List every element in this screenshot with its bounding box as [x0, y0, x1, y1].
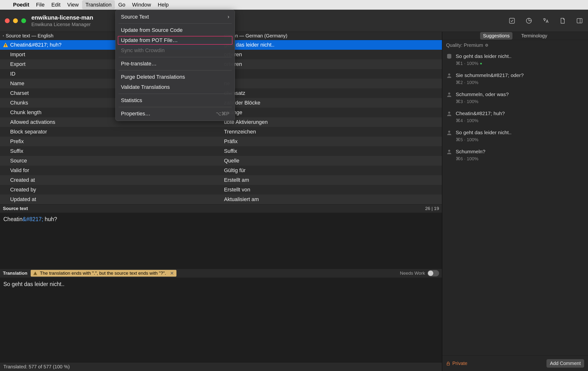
sidebar-toggle-icon[interactable] [576, 17, 583, 24]
translation-cell: ortieren [221, 59, 442, 69]
tab-suggestions[interactable]: Suggestions [480, 32, 513, 40]
menubar-appname[interactable]: Poedit [10, 0, 32, 10]
suggestion-meta: ⌘5 · 100% [456, 137, 512, 142]
suggestion-meta: ⌘3 · 100% [456, 99, 509, 104]
translate-icon[interactable] [542, 17, 549, 24]
warning-icon [33, 271, 37, 276]
table-row[interactable]: Created byErstellt von [0, 185, 442, 195]
suggestion-item[interactable]: Schummeln, oder was?⌘3 · 100% [442, 89, 588, 108]
table-row[interactable]: PrefixPräfix [0, 137, 442, 146]
source-cell: Block separator [10, 129, 47, 135]
table-row[interactable]: Updated atAktualisiert am [0, 195, 442, 204]
source-cell: Created by [10, 187, 36, 193]
privacy-indicator[interactable]: Private [446, 361, 467, 366]
menu-item: Sync with Crowdin [116, 45, 235, 55]
toggle-switch[interactable] [428, 270, 439, 276]
source-cell: Allowed activations [10, 119, 55, 125]
svg-rect-0 [510, 18, 514, 23]
suggestion-text: Sie schummeln&#8217; oder? [456, 72, 524, 78]
menu-item[interactable]: Update from Source Code [116, 25, 235, 35]
menu-item[interactable]: Source Text› [116, 12, 235, 22]
menubar-view[interactable]: View [64, 0, 82, 10]
menubar-translation[interactable]: Translation [82, 0, 115, 10]
minimize-window-button[interactable] [13, 18, 18, 23]
svg-rect-7 [35, 274, 36, 275]
window-subtitle: Enwikuna License Manager [32, 21, 93, 28]
table-row[interactable]: Valid forGültig für [0, 166, 442, 175]
stats-icon[interactable] [525, 17, 533, 24]
suggestion-item[interactable]: Cheatin&#8217; huh?⌘4 · 100% [442, 108, 588, 127]
translation-cell: Erstellt am [221, 175, 442, 185]
svg-point-10 [448, 93, 451, 95]
translation-cell: chensatz [221, 88, 442, 98]
suggestion-item[interactable]: Sie schummeln&#8217; oder?⌘2 · 100% [442, 70, 588, 89]
translation-cell: Suffix [221, 146, 442, 156]
svg-rect-6 [35, 273, 36, 274]
person-icon [446, 92, 452, 98]
window-controls [5, 18, 26, 23]
source-cell: Cheatin&#8217; huh? [10, 42, 62, 48]
menu-item[interactable]: Update from POT File… [117, 35, 233, 45]
svg-rect-2 [577, 18, 582, 23]
add-comment-button[interactable]: Add Comment [546, 359, 584, 368]
person-icon [446, 130, 452, 136]
statusbar: Translated: 577 of 577 (100 %) [0, 362, 442, 371]
source-cell: Chunks [10, 100, 28, 106]
source-text-panel: Source text 26 | 19 Cheatin&#8217; huh? [0, 204, 442, 269]
translation-cell: ubte Aktivierungen [221, 117, 442, 127]
menubar-file[interactable]: File [32, 0, 48, 10]
close-window-button[interactable] [5, 18, 10, 23]
translation-cell: zahl der Blöcke [221, 98, 442, 108]
source-cell: Updated at [10, 196, 36, 202]
menubar-edit[interactable]: Edit [48, 0, 64, 10]
source-cell: Chunk length [10, 109, 42, 116]
maximize-window-button[interactable] [21, 18, 26, 23]
suggestion-meta: ⌘6 · 100% [456, 156, 485, 161]
source-cell: Source [10, 158, 27, 164]
suggestion-item[interactable]: Schummeln?⌘6 · 100% [442, 146, 588, 165]
window-title: enwikuna-license-man [32, 14, 93, 21]
svg-point-13 [448, 150, 451, 152]
table-row[interactable]: SuffixSuffix [0, 146, 442, 156]
titlebar: enwikuna-license-man Enwikuna License Ma… [0, 10, 588, 32]
suggestion-meta: ⌘4 · 100% [456, 118, 505, 123]
gear-icon[interactable]: ⚙ [485, 43, 488, 48]
tab-terminology[interactable]: Terminology [518, 32, 550, 40]
suggestion-item[interactable]: So geht das leider nicht..⌘1 · 100% ● [442, 51, 588, 70]
source-text-body: Cheatin&#8217; huh? [0, 213, 442, 269]
translation-input[interactable]: So geht das leider nicht.. [0, 278, 442, 362]
translation-cell: Erstellt von [221, 185, 442, 195]
source-cell: Export [10, 61, 26, 67]
translation-column-header[interactable]: slation — German (Germany) [221, 32, 442, 40]
menu-item[interactable]: Validate Translations [116, 82, 235, 92]
lock-icon [446, 361, 451, 366]
source-cell: Name [10, 80, 24, 87]
menu-item[interactable]: Statistics [116, 95, 235, 106]
macos-menubar: Poedit File Edit View Translation Go Win… [0, 0, 588, 10]
person-icon [446, 149, 452, 155]
export-icon[interactable] [559, 17, 566, 24]
suggestion-item[interactable]: So geht das leider nicht..⌘5 · 100% [442, 127, 588, 146]
table-row[interactable]: Created atErstellt am [0, 175, 442, 185]
translation-cell: cklänge [221, 108, 442, 117]
translation-warning-badge: The translation ends with ".", but the s… [31, 270, 176, 277]
table-row[interactable]: Block separatorTrennzeichen [0, 127, 442, 137]
source-text-label: Source text [3, 206, 28, 211]
menubar-help[interactable]: Help [155, 0, 172, 10]
translation-cell: ortieren [221, 50, 442, 59]
needs-work-toggle[interactable]: Needs Work [400, 270, 439, 276]
svg-rect-4 [5, 44, 6, 46]
menubar-window[interactable]: Window [129, 0, 154, 10]
menu-item[interactable]: Pre-translate… [116, 59, 235, 69]
source-cell: Suffix [10, 148, 23, 154]
validate-icon[interactable] [508, 17, 515, 24]
source-cell: Created at [10, 177, 35, 183]
translation-cell [221, 69, 442, 79]
suggestion-text: Schummeln? [456, 149, 485, 155]
menu-item[interactable]: Properties…⌥⌘P [116, 109, 235, 119]
dismiss-warning-button[interactable]: ✕ [170, 270, 174, 276]
table-row[interactable]: SourceQuelle [0, 156, 442, 166]
menu-item[interactable]: Purge Deleted Translations [116, 72, 235, 82]
menubar-go[interactable]: Go [115, 0, 129, 10]
svg-rect-5 [5, 46, 6, 47]
